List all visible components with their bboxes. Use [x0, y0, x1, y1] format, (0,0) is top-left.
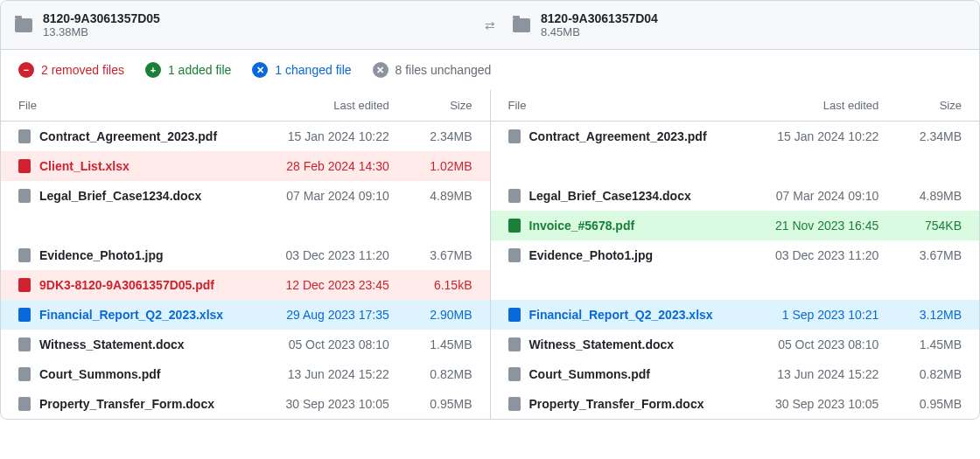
file-size: 754KB	[896, 211, 979, 240]
file-size: 4.89MB	[407, 181, 490, 211]
file-date: 15 Jan 2024 10:22	[748, 122, 897, 152]
table-row[interactable]: Contract_Agreement_2023.pdf15 Jan 2024 1…	[1, 122, 490, 152]
file-name: Evidence_Photo1.jpg	[529, 248, 654, 262]
file-date: 30 Sep 2023 10:05	[258, 389, 407, 419]
summary-removed[interactable]: − 2 removed files	[18, 62, 124, 78]
file-name: Legal_Brief_Case1234.docx	[39, 189, 201, 203]
col-size[interactable]: Size	[896, 90, 979, 122]
table-row	[491, 270, 980, 300]
file-size: 1.45MB	[407, 330, 490, 359]
file-name: 9DK3-8120-9A3061357D05.pdf	[39, 278, 214, 292]
file-size: 4.89MB	[896, 181, 979, 211]
table-row[interactable]: 9DK3-8120-9A3061357D05.pdf12 Dec 2023 23…	[1, 270, 490, 300]
file-size: 2.34MB	[407, 122, 490, 152]
file-name: Witness_Statement.docx	[529, 337, 675, 351]
table-row[interactable]: Court_Summons.pdf13 Jun 2024 15:220.82MB	[491, 359, 980, 389]
file-name: Contract_Agreement_2023.pdf	[39, 129, 217, 143]
file-date: 15 Jan 2024 10:22	[258, 122, 407, 152]
file-date: 13 Jun 2024 15:22	[748, 359, 897, 389]
table-row[interactable]: Evidence_Photo1.jpg03 Dec 2023 11:203.67…	[1, 240, 490, 270]
file-name: Financial_Report_Q2_2023.xlsx	[529, 308, 713, 322]
file-name: Invoice_#5678.pdf	[529, 219, 635, 233]
col-file[interactable]: File	[1, 90, 258, 122]
summary-added[interactable]: + 1 added file	[145, 62, 231, 78]
folder-size-left: 13.38MB	[43, 25, 160, 38]
file-date: 03 Dec 2023 11:20	[748, 240, 897, 270]
table-row[interactable]: Court_Summons.pdf13 Jun 2024 15:220.82MB	[1, 359, 490, 389]
file-date: 12 Dec 2023 23:45	[258, 270, 407, 300]
folder-name-right: 8120-9A3061357D04	[541, 11, 658, 25]
file-icon	[508, 219, 521, 233]
minus-icon: −	[18, 62, 34, 78]
file-name: Client_List.xlsx	[39, 159, 130, 173]
file-size: 0.82MB	[896, 359, 979, 389]
col-date[interactable]: Last edited	[258, 90, 407, 122]
file-icon	[18, 278, 31, 292]
file-icon	[508, 308, 521, 322]
file-name: Legal_Brief_Case1234.docx	[529, 189, 691, 203]
plus-icon: +	[145, 62, 161, 78]
file-icon	[18, 397, 31, 411]
table-row[interactable]: Legal_Brief_Case1234.docx07 Mar 2024 09:…	[1, 181, 490, 211]
summary-changed[interactable]: ✕ 1 changed file	[252, 62, 351, 78]
table-row[interactable]: Legal_Brief_Case1234.docx07 Mar 2024 09:…	[491, 181, 980, 211]
col-file[interactable]: File	[491, 90, 748, 122]
table-row[interactable]: Contract_Agreement_2023.pdf15 Jan 2024 1…	[491, 122, 980, 152]
panels: File Last edited Size Contract_Agreement…	[1, 90, 979, 419]
table-row[interactable]: Client_List.xlsx28 Feb 2024 14:301.02MB	[1, 151, 490, 181]
file-size: 3.12MB	[896, 300, 979, 330]
file-icon	[18, 308, 31, 322]
file-size: 3.67MB	[896, 240, 979, 270]
file-size: 6.15kB	[407, 270, 490, 300]
summary-unchanged[interactable]: ✕ 8 files unchanged	[373, 62, 492, 78]
table-row[interactable]: Financial_Report_Q2_2023.xlsx29 Aug 2023…	[1, 300, 490, 330]
folder-name-left: 8120-9A3061357D05	[43, 11, 160, 25]
file-date: 21 Nov 2023 16:45	[748, 211, 897, 240]
file-icon	[508, 367, 521, 381]
file-icon	[18, 248, 31, 262]
folder-size-right: 8.45MB	[541, 25, 658, 38]
file-name: Court_Summons.pdf	[529, 367, 650, 381]
table-row[interactable]: Witness_Statement.docx05 Oct 2023 08:101…	[491, 330, 980, 359]
table-row[interactable]: Financial_Report_Q2_2023.xlsx1 Sep 2023 …	[491, 300, 980, 330]
file-date: 07 Mar 2024 09:10	[748, 181, 897, 211]
table-row[interactable]: Witness_Statement.docx05 Oct 2023 08:101…	[1, 330, 490, 359]
panel-right: File Last edited Size Contract_Agreement…	[491, 90, 980, 419]
file-size: 2.90MB	[407, 300, 490, 330]
file-date: 07 Mar 2024 09:10	[258, 181, 407, 211]
changed-icon: ✕	[252, 62, 268, 78]
col-size[interactable]: Size	[407, 90, 490, 122]
table-row	[1, 211, 490, 240]
file-icon	[508, 189, 521, 203]
file-icon	[18, 189, 31, 203]
file-size: 0.95MB	[896, 389, 979, 419]
file-name: Property_Transfer_Form.docx	[39, 397, 214, 411]
summary-bar: − 2 removed files + 1 added file ✕ 1 cha…	[1, 50, 979, 90]
file-date: 03 Dec 2023 11:20	[258, 240, 407, 270]
table-row[interactable]: Invoice_#5678.pdf21 Nov 2023 16:45754KB	[491, 211, 980, 240]
file-size: 1.02MB	[407, 151, 490, 181]
swap-icon[interactable]: ⇄	[467, 18, 513, 32]
table-row[interactable]: Evidence_Photo1.jpg03 Dec 2023 11:203.67…	[491, 240, 980, 270]
table-row[interactable]: Property_Transfer_Form.docx30 Sep 2023 1…	[491, 389, 980, 419]
file-size: 0.82MB	[407, 359, 490, 389]
folder-left[interactable]: 8120-9A3061357D05 13.38MB	[15, 11, 467, 38]
table-row[interactable]: Property_Transfer_Form.docx30 Sep 2023 1…	[1, 389, 490, 419]
file-icon	[18, 129, 31, 143]
panel-left: File Last edited Size Contract_Agreement…	[1, 90, 491, 419]
file-name: Witness_Statement.docx	[39, 337, 185, 351]
file-name: Property_Transfer_Form.docx	[529, 397, 704, 411]
file-icon	[508, 129, 521, 143]
file-date: 28 Feb 2024 14:30	[258, 151, 407, 181]
file-name: Financial_Report_Q2_2023.xlsx	[39, 308, 223, 322]
file-date: 05 Oct 2023 08:10	[748, 330, 897, 359]
file-date: 1 Sep 2023 10:21	[748, 300, 897, 330]
col-date[interactable]: Last edited	[748, 90, 897, 122]
file-date: 05 Oct 2023 08:10	[258, 330, 407, 359]
file-icon	[18, 367, 31, 381]
file-icon	[508, 337, 521, 351]
folder-right[interactable]: 8120-9A3061357D04 8.45MB	[513, 11, 965, 38]
file-size: 0.95MB	[407, 389, 490, 419]
file-size: 2.34MB	[896, 122, 979, 152]
file-icon	[508, 397, 521, 411]
